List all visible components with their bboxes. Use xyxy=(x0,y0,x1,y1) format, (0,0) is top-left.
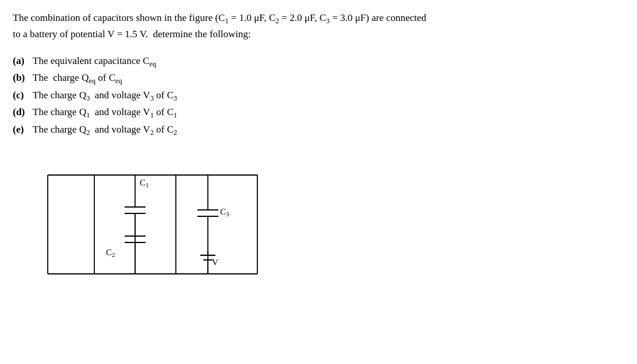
label-c: (c) xyxy=(13,87,29,104)
text-b: The charge Qeq of Ceq xyxy=(33,70,122,87)
question-c: (c) The charge Q3 and voltage V3 of C3 xyxy=(13,87,624,105)
label-e: (e) xyxy=(13,122,29,138)
text-d: The charge Q1 and voltage V1 of C1 xyxy=(33,104,177,122)
text-c: The charge Q3 and voltage V3 of C3 xyxy=(33,87,177,105)
question-e: (e) The charge Q2 and voltage V2 of C2 xyxy=(13,122,624,139)
question-a: (a) The equivalent capacitance Ceq xyxy=(13,53,624,70)
c2-label: C2 xyxy=(106,248,115,258)
question-b: (b) The charge Qeq of Ceq xyxy=(13,70,624,87)
text-a: The equivalent capacitance Ceq xyxy=(33,53,156,70)
label-b: (b) xyxy=(13,70,29,86)
diagram-area: C1 C2 C3 V xyxy=(13,152,624,291)
question-d: (d) The charge Q1 and voltage V1 of C1 xyxy=(13,104,624,122)
intro-line2: to a battery of potential V = 1.5 V. det… xyxy=(13,27,624,42)
text-e: The charge Q2 and voltage V2 of C2 xyxy=(33,122,177,139)
v-label: V xyxy=(212,258,218,267)
intro-text: The combination of capacitors shown in t… xyxy=(13,10,624,42)
intro-line1: The combination of capacitors shown in t… xyxy=(13,10,624,27)
circuit-diagram: C1 C2 C3 V xyxy=(36,152,281,291)
questions-list: (a) The equivalent capacitance Ceq (b) T… xyxy=(13,53,624,139)
label-a: (a) xyxy=(13,53,29,69)
c3-label: C3 xyxy=(220,207,229,217)
label-d: (d) xyxy=(13,104,29,120)
c1-label: C1 xyxy=(140,178,149,188)
